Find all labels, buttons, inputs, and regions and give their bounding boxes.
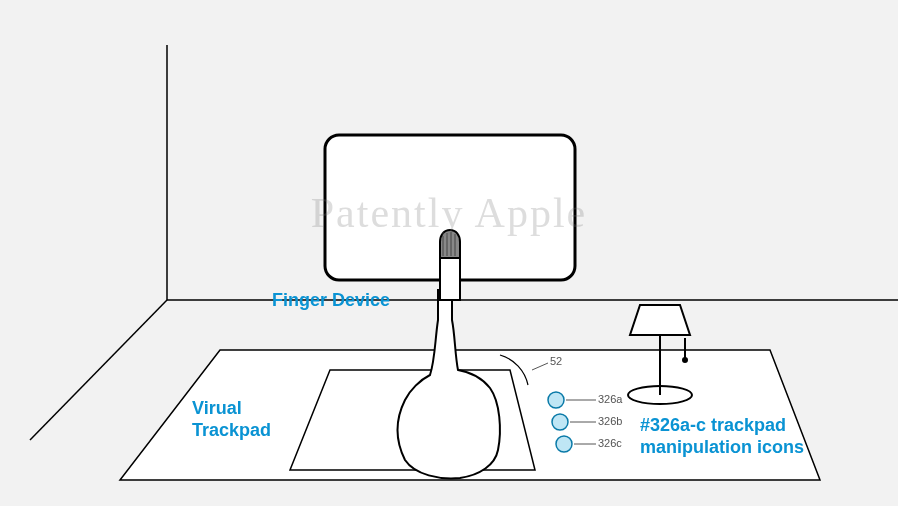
label-virtual-trackpad: Virual Trackpad xyxy=(192,398,271,441)
label-manipulation-icons-line1: #326a-c trackpad xyxy=(640,415,786,435)
ref-326b: 326b xyxy=(598,415,622,427)
patent-diagram: Patently Apple Finger Device Virual Trac… xyxy=(0,0,898,506)
icon-326a xyxy=(548,392,564,408)
svg-line-2 xyxy=(30,300,167,440)
ref-326a: 326a xyxy=(598,393,622,405)
label-finger-device: Finger Device xyxy=(272,290,390,312)
icon-326c xyxy=(556,436,572,452)
ref-326c: 326c xyxy=(598,437,622,449)
icon-326b xyxy=(552,414,568,430)
svg-point-12 xyxy=(683,358,687,362)
label-virtual-trackpad-line2: Trackpad xyxy=(192,420,271,440)
label-manipulation-icons: #326a-c trackpad manipulation icons xyxy=(640,415,804,458)
finger-device-icon xyxy=(440,230,460,258)
ref-52: 52 xyxy=(550,355,562,367)
label-virtual-trackpad-line1: Virual xyxy=(192,398,242,418)
label-manipulation-icons-line2: manipulation icons xyxy=(640,437,804,457)
